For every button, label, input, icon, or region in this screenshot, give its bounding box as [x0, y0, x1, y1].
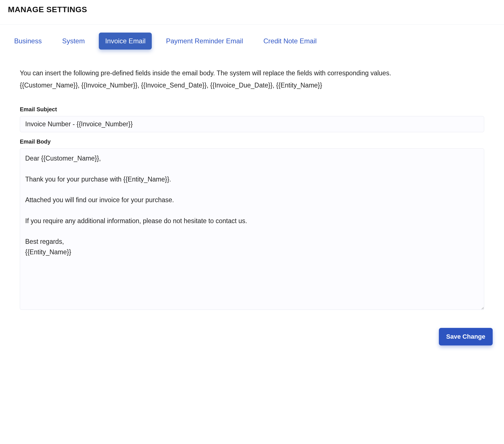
tab-business[interactable]: Business — [8, 33, 48, 50]
content-area: You can insert the following pre-defined… — [0, 52, 504, 319]
email-subject-label: Email Subject — [20, 106, 484, 113]
intro-text: You can insert the following pre-defined… — [20, 69, 484, 77]
tabs-nav: Business System Invoice Email Payment Re… — [0, 25, 504, 52]
actions-row: Save Change — [0, 319, 504, 357]
email-body-textarea[interactable] — [20, 148, 484, 310]
tab-payment-reminder-email[interactable]: Payment Reminder Email — [160, 33, 249, 50]
email-subject-input[interactable] — [20, 116, 484, 132]
save-button[interactable]: Save Change — [439, 328, 493, 345]
tab-credit-note-email[interactable]: Credit Note Email — [257, 33, 323, 50]
email-body-label: Email Body — [20, 138, 484, 145]
tab-system[interactable]: System — [56, 33, 91, 50]
placeholders-text: {{Customer_Name}}, {{Invoice_Number}}, {… — [20, 82, 484, 89]
tab-invoice-email[interactable]: Invoice Email — [99, 33, 152, 50]
page-title: MANAGE SETTINGS — [0, 0, 504, 24]
